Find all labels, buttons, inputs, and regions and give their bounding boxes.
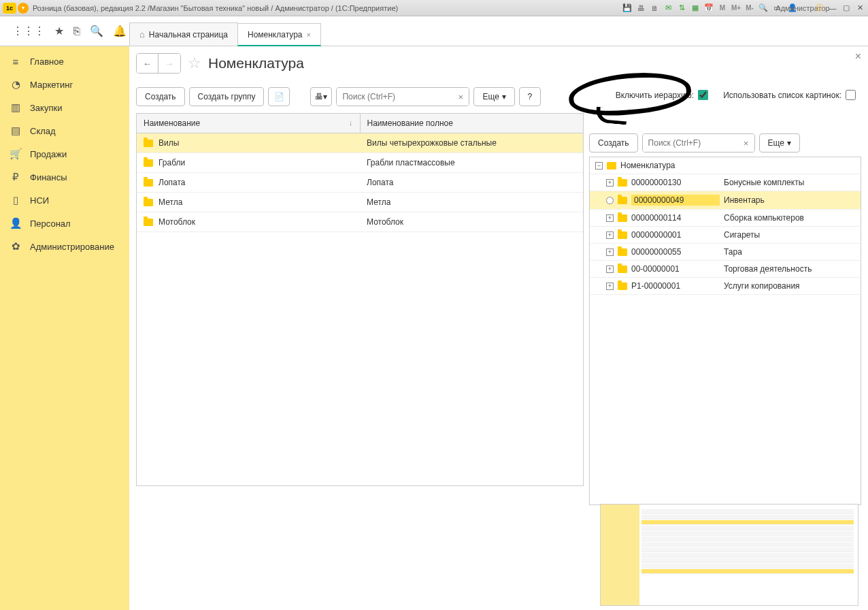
search-clear-button[interactable]: × (452, 88, 469, 106)
expand-icon[interactable]: + (606, 214, 614, 222)
nav-forward-button[interactable]: → (158, 54, 180, 73)
ruble-icon: ₽ (10, 171, 22, 183)
hierarchy-label: Включить иерархию: (616, 91, 694, 100)
right-more-button[interactable]: Еще ▾ (759, 133, 800, 152)
tree-node[interactable]: +00000000001Сигареты (590, 227, 861, 244)
table-row[interactable]: МотоблокМотоблок (137, 212, 583, 232)
tree-code: 00000000049 (631, 195, 720, 206)
sidebar-item-label: Закупки (30, 103, 62, 113)
expand-icon[interactable]: + (606, 283, 614, 290)
tree-node[interactable]: +Р1-00000001Услуги копирования (590, 278, 861, 295)
sidebar-item-finance[interactable]: ₽Финансы (0, 165, 129, 189)
restore-icon[interactable]: ▢ (841, 3, 852, 14)
tree-root[interactable]: − Номенклатура (590, 157, 861, 174)
expand-icon[interactable]: + (606, 248, 614, 256)
zoom-icon[interactable]: 🔍 (758, 3, 769, 14)
tree-code: 00000000001 (631, 230, 720, 240)
sidebar-item-nsi[interactable]: ▯НСИ (0, 189, 129, 212)
tree-node[interactable]: +00000000114Сборка компьютеров (590, 210, 861, 227)
minimize-icon[interactable]: — (827, 3, 838, 14)
right-search-input[interactable] (643, 134, 738, 152)
images-checkbox[interactable] (846, 90, 856, 100)
sidebar-item-label: Маркетинг (30, 80, 73, 90)
info-icon[interactable]: ⓘ (814, 3, 824, 14)
tree: − Номенклатура +00000000130Бонусные комп… (589, 157, 861, 505)
compare-icon[interactable]: ⇅ (676, 3, 687, 14)
tab-home[interactable]: ⌂ Начальная страница (129, 22, 238, 46)
print-icon[interactable]: 🖶 (635, 3, 646, 14)
expand-icon[interactable]: + (606, 231, 614, 239)
page-title: Номенклатура (208, 55, 304, 71)
help-button[interactable]: ? (519, 87, 541, 106)
expand-icon[interactable]: + (606, 179, 614, 187)
mminus-icon[interactable]: M- (744, 3, 755, 14)
book-icon: ▯ (10, 194, 22, 206)
sidebar-item-marketing[interactable]: ◔Маркетинг (0, 73, 129, 96)
clipboard-icon[interactable]: ⎘ (73, 25, 80, 37)
apps-icon[interactable]: ⋮⋮⋮ (12, 25, 45, 37)
folder-icon (618, 231, 627, 239)
tree-code: Р1-00000001 (631, 281, 720, 291)
create-button[interactable]: Создать (136, 87, 185, 106)
col-fullname[interactable]: Наименование полное (361, 114, 584, 133)
tree-node[interactable]: +00000000055Тара (590, 244, 861, 261)
print-dropdown-button[interactable]: 🖶▾ (310, 87, 332, 106)
sidebar-item-personnel[interactable]: 👤Персонал (0, 212, 129, 235)
sidebar-item-main[interactable]: ≡Главное (0, 50, 129, 73)
right-create-button[interactable]: Создать (589, 133, 638, 152)
refresh-button[interactable]: 📄 (268, 87, 290, 106)
folder-icon (618, 248, 627, 256)
tree-node[interactable]: 00000000049Инвентарь (590, 191, 861, 210)
dropdown-icon[interactable]: ▾ (18, 3, 29, 14)
nav-back-button[interactable]: ← (137, 54, 158, 73)
right-search-clear-button[interactable]: × (738, 134, 754, 152)
table-row[interactable]: ГраблиГрабли пластмассовые (137, 153, 583, 173)
save-icon[interactable]: 💾 (622, 3, 633, 14)
m-icon[interactable]: M (717, 3, 728, 14)
left-panel: Наименование↓ Наименование полное ВилыВи… (136, 113, 584, 505)
tab-nomenclature[interactable]: Номенклатура × (237, 23, 321, 46)
right-search-box: × (642, 133, 755, 152)
row-name: Лопата (158, 178, 186, 187)
table-row[interactable]: МетлаМетла (137, 193, 583, 212)
bell-icon[interactable]: 🔔 (113, 25, 127, 37)
row-fullname: Вилы четырехрожковые стальные (367, 138, 497, 148)
search-box: × (336, 87, 469, 106)
table-row[interactable]: ЛопатаЛопата (137, 173, 583, 193)
page-close-icon[interactable]: × (855, 50, 861, 63)
row-fullname: Грабли пластмассовые (367, 158, 455, 167)
star-icon[interactable]: ★ (54, 25, 64, 37)
hierarchy-checkbox[interactable] (698, 90, 708, 100)
two-panel: Наименование↓ Наименование полное ВилыВи… (136, 113, 861, 505)
search-input[interactable] (337, 88, 452, 106)
mplus-icon[interactable]: M+ (731, 3, 741, 14)
user-label[interactable]: 👤 Администратор (785, 3, 811, 14)
row-name: Мотоблок (158, 217, 195, 227)
tab-close-icon[interactable]: × (307, 31, 311, 39)
right-toolbar: Создать × Еще ▾ (589, 133, 861, 152)
tree-node[interactable]: +00-00000001Торговая деятельность (590, 261, 861, 278)
tree-node[interactable]: +00000000130Бонусные комплекты (590, 174, 861, 191)
doc-icon[interactable]: 🗎 (649, 3, 660, 14)
table-icon[interactable]: ▦ (690, 3, 701, 14)
sidebar-item-warehouse[interactable]: ▤Склад (0, 119, 129, 142)
sidebar-item-purchases[interactable]: ▥Закупки (0, 96, 129, 119)
sidebar-item-sales[interactable]: 🛒Продажи (0, 142, 129, 165)
sidebar-item-admin[interactable]: ✿Администрирование (0, 235, 129, 258)
radio-icon (606, 197, 614, 204)
collapse-icon[interactable]: − (595, 162, 603, 170)
favorite-icon[interactable]: ☆ (188, 54, 201, 72)
col-name[interactable]: Наименование↓ (137, 114, 361, 133)
table-row[interactable]: ВилыВилы четырехрожковые стальные (137, 133, 583, 153)
tree-code: 00000000130 (631, 178, 720, 187)
folder-icon (144, 179, 153, 187)
calendar-icon[interactable]: 📅 (703, 3, 714, 14)
titlebar-icons: 💾 🖶 🗎 ✉ ⇅ ▦ 📅 M M+ M- 🔍 ▭ 👤 Администрато… (622, 3, 865, 14)
mail-icon[interactable]: ✉ (663, 3, 673, 14)
create-group-button[interactable]: Создать группу (189, 87, 265, 106)
close-icon[interactable]: ✕ (854, 3, 865, 14)
expand-icon[interactable]: + (606, 266, 614, 273)
row-fullname: Мотоблок (367, 217, 403, 227)
search-icon[interactable]: 🔍 (90, 25, 103, 37)
more-button[interactable]: Еще ▾ (473, 87, 514, 106)
